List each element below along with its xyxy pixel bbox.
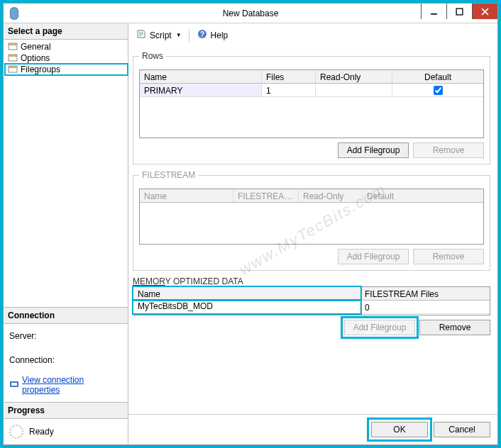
help-icon: ? bbox=[197, 28, 208, 42]
dialog-window: New Database Select a page General bbox=[3, 3, 498, 445]
view-connection-label: View connection properties bbox=[22, 375, 122, 395]
page-icon bbox=[8, 65, 18, 74]
svg-text:?: ? bbox=[200, 30, 204, 38]
memory-add-filegroup-button: Add Filegroup bbox=[344, 320, 415, 335]
script-icon bbox=[136, 28, 147, 42]
script-label: Script bbox=[150, 30, 172, 40]
page-item-options[interactable]: Options bbox=[5, 52, 128, 64]
svg-rect-10 bbox=[9, 66, 17, 68]
cell-name[interactable] bbox=[133, 301, 360, 313]
table-row[interactable]: 0 bbox=[133, 301, 490, 314]
col-readonly: Read-Only bbox=[299, 189, 363, 202]
svg-rect-6 bbox=[9, 43, 17, 45]
rows-grid[interactable]: Name Files Read-Only Default PRIMARY 1 bbox=[139, 69, 484, 138]
col-name: Name bbox=[133, 287, 360, 300]
close-button[interactable] bbox=[472, 4, 497, 19]
help-label: Help bbox=[211, 30, 229, 40]
col-default: Default bbox=[363, 189, 483, 202]
svg-rect-8 bbox=[9, 55, 17, 57]
col-files: Files bbox=[262, 70, 316, 83]
toolbar-separator bbox=[189, 29, 189, 42]
rows-remove-button: Remove bbox=[413, 142, 484, 158]
maximize-button[interactable] bbox=[446, 4, 472, 19]
main-panel: Script ▼ ? Help www.MyTecBits.com Rows N… bbox=[128, 23, 497, 444]
filestream-remove-button: Remove bbox=[413, 249, 484, 264]
script-button[interactable]: Script ▼ bbox=[134, 28, 183, 43]
connection-header: Connection bbox=[4, 308, 128, 324]
memory-name-input[interactable] bbox=[138, 301, 356, 311]
progress-spinner-icon bbox=[9, 425, 23, 439]
memory-grid[interactable]: Name FILESTREAM Files 0 bbox=[133, 286, 490, 315]
col-default: Default bbox=[392, 70, 483, 83]
progress-header: Progress bbox=[4, 403, 128, 419]
default-checkbox[interactable] bbox=[434, 86, 443, 95]
filestream-add-filegroup-button: Add Filegroup bbox=[338, 249, 409, 264]
cell-files: 0 bbox=[360, 301, 490, 313]
minimize-button[interactable] bbox=[421, 4, 446, 19]
ok-button[interactable]: OK bbox=[371, 422, 428, 437]
cancel-button[interactable]: Cancel bbox=[434, 422, 490, 437]
sidebar: Select a page General Options Filegroups… bbox=[4, 23, 128, 444]
col-readonly: Read-Only bbox=[316, 70, 392, 83]
memory-legend: MEMORMEMORY OPTIMIZED DATAY OPTIMIZED DA… bbox=[133, 276, 243, 286]
titlebar: New Database bbox=[4, 4, 497, 23]
svg-rect-0 bbox=[11, 7, 18, 19]
connection-icon bbox=[9, 379, 19, 391]
col-name: Name bbox=[140, 70, 262, 83]
page-icon bbox=[8, 53, 18, 63]
dialog-footer: OK Cancel bbox=[128, 414, 497, 444]
help-button[interactable]: ? Help bbox=[195, 28, 230, 43]
filestream-grid: Name FILESTREAM... Read-Only Default bbox=[139, 189, 484, 245]
progress-status: Ready bbox=[29, 427, 54, 437]
rows-add-filegroup-button[interactable]: Add Filegroup bbox=[338, 142, 409, 158]
svg-rect-2 bbox=[456, 9, 463, 15]
view-connection-link[interactable]: View connection properties bbox=[9, 375, 122, 395]
page-label: Options bbox=[21, 53, 50, 63]
page-list: General Options Filegroups bbox=[4, 40, 128, 75]
col-filestream-files: FILESTREAM Files bbox=[360, 287, 490, 300]
rows-group: Rows Name Files Read-Only Default PRIMAR… bbox=[133, 51, 490, 164]
server-label: Server: bbox=[9, 331, 122, 341]
filestream-legend: FILESTREAM bbox=[139, 170, 198, 180]
page-item-filegroups[interactable]: Filegroups bbox=[5, 64, 128, 75]
col-filestream: FILESTREAM... bbox=[233, 189, 299, 202]
memory-group: MEMORMEMORY OPTIMIZED DATAY OPTIMIZED DA… bbox=[133, 276, 490, 338]
cell-readonly bbox=[316, 84, 392, 96]
select-page-header: Select a page bbox=[4, 23, 128, 40]
filestream-group: FILESTREAM Name FILESTREAM... Read-Only … bbox=[133, 170, 490, 271]
rows-legend: Rows bbox=[139, 51, 166, 61]
chevron-down-icon: ▼ bbox=[176, 32, 182, 38]
page-label: General bbox=[21, 42, 51, 52]
cell-name: PRIMARY bbox=[140, 84, 262, 96]
app-icon bbox=[6, 6, 22, 21]
cell-default[interactable] bbox=[392, 84, 483, 96]
page-label: Filegroups bbox=[21, 65, 60, 74]
svg-rect-12 bbox=[11, 383, 17, 386]
connection-field-label: Connection: bbox=[9, 355, 122, 365]
toolbar: Script ▼ ? Help bbox=[128, 23, 497, 47]
col-name: Name bbox=[140, 189, 233, 202]
table-row[interactable]: PRIMARY 1 bbox=[140, 84, 483, 97]
page-item-general[interactable]: General bbox=[5, 41, 128, 52]
memory-remove-button[interactable]: Remove bbox=[419, 320, 490, 335]
cell-files: 1 bbox=[262, 84, 316, 96]
page-icon bbox=[8, 42, 18, 52]
